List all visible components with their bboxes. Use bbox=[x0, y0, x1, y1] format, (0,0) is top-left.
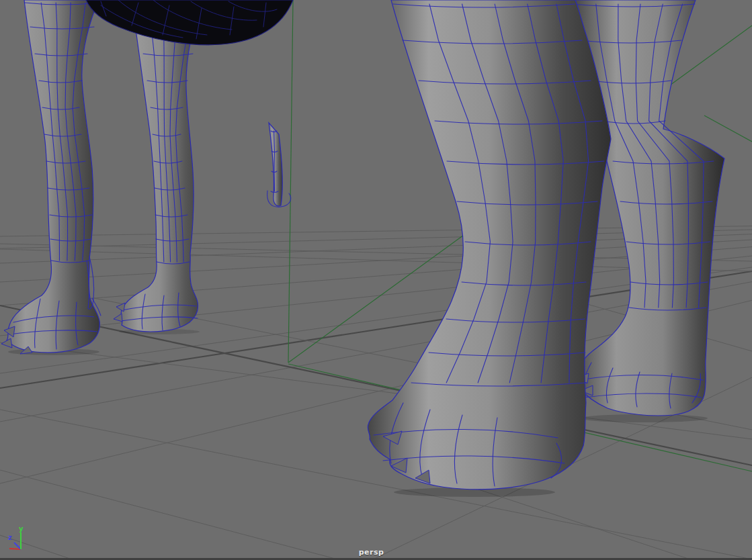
x-axis-line bbox=[9, 549, 21, 549]
z-axis-label: z bbox=[8, 534, 12, 541]
viewport-canvas[interactable]: y z bbox=[0, 0, 752, 560]
y-axis-label: y bbox=[19, 525, 24, 532]
viewport-panel[interactable]: y z persp bbox=[0, 0, 752, 560]
